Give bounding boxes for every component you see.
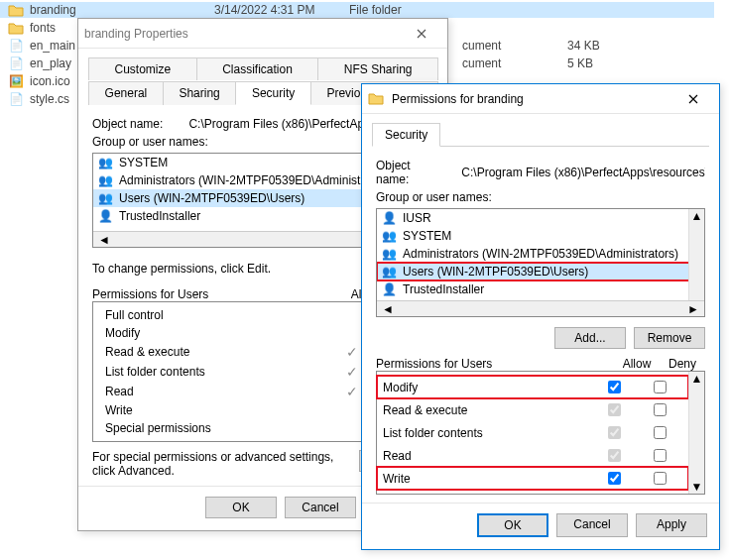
deny-checkbox[interactable] [654,472,667,485]
list-item[interactable]: 👥SYSTEM [377,227,704,245]
file-kind: File folder [349,3,714,17]
apply-button[interactable]: Apply [636,513,707,537]
allow-header: Allow [614,357,660,371]
deny-checkbox[interactable] [654,449,667,462]
document-icon: 📄 [8,56,24,71]
user-list[interactable]: 👤IUSR 👥SYSTEM 👥Administrators (WIN-2MTPF… [376,208,705,317]
file-name: style.cs [30,92,69,106]
edit-hint: To change permissions, click Edit. [92,262,356,276]
tab-nfs-sharing[interactable]: NFS Sharing [317,57,438,80]
file-row[interactable]: branding 3/14/2022 4:31 PM File folder [0,2,714,18]
file-name: fonts [30,21,56,35]
file-name: icon.ico [30,74,70,88]
group-icon: 👥 [381,246,397,262]
permissions-dialog: Permissions for branding Security Object… [361,83,720,550]
scroll-right-icon[interactable]: ► [686,302,700,316]
titlebar[interactable]: branding Properties [78,19,447,49]
ok-button[interactable]: OK [205,497,277,518]
tab-security[interactable]: Security [235,81,310,105]
perm-row: List folder contents [377,421,688,444]
perm-title: Permissions for Users [376,357,492,371]
scrollbar[interactable] [399,304,682,314]
add-button[interactable]: Add... [554,327,626,349]
document-icon: 📄 [8,38,24,54]
scroll-down-icon[interactable]: ▼ [690,480,704,494]
perm-row: Write [377,467,688,490]
cancel-button[interactable]: Cancel [556,513,628,537]
close-button[interactable] [402,20,441,48]
tabs-row: Customize Classification NFS Sharing [88,56,437,80]
group-icon: 👥 [97,190,113,206]
list-item[interactable]: 👥Users (WIN-2MTPF0539ED\Users) [377,263,704,280]
titlebar[interactable]: Permissions for branding [362,84,719,114]
list-item[interactable]: 👤IUSR [377,209,704,227]
file-name: branding [30,3,208,17]
user-icon: 👤 [381,210,397,226]
tab-customize[interactable]: Customize [88,57,197,80]
deny-header: Deny [660,357,705,371]
file-kind: cument [462,39,561,53]
allow-checkbox[interactable] [608,403,621,416]
object-name-label: Object name: [376,159,439,186]
user-icon: 👤 [97,208,113,224]
ok-button[interactable]: OK [477,513,548,537]
cancel-button[interactable]: Cancel [285,497,356,518]
group-icon: 👥 [381,264,397,280]
allow-checkbox[interactable] [608,472,621,485]
deny-checkbox[interactable] [654,381,667,393]
ico-icon: 🖼️ [8,73,24,89]
scroll-left-icon[interactable]: ◄ [381,302,395,316]
group-icon: 👥 [381,228,397,244]
close-button[interactable] [673,85,713,113]
scroll-up-icon[interactable]: ▲ [690,372,704,386]
advanced-hint: For special permissions or advanced sett… [92,450,353,478]
scroll-up-icon[interactable]: ▲ [690,209,704,223]
window-title: Permissions for branding [392,92,673,106]
group-names-label: Group or user names: [376,190,705,204]
list-item[interactable]: 👥Administrators (WIN-2MTPF0539ED\Adminis… [377,245,704,263]
group-icon: 👥 [97,155,113,170]
window-title: branding Properties [84,27,402,41]
allow-checkbox[interactable] [608,449,621,462]
allow-checkbox[interactable] [608,381,621,393]
perm-title: Permissions for Users [92,287,208,301]
tabs-row: Security [372,122,709,147]
scroll-left-icon[interactable]: ◄ [97,233,111,247]
file-kind: cument [462,56,561,70]
tab-sharing[interactable]: Sharing [163,81,237,105]
folder-icon [368,91,384,107]
file-size: 34 KB [567,39,600,53]
perm-row: Read & execute [377,398,688,421]
remove-button[interactable]: Remove [634,327,705,349]
deny-checkbox[interactable] [654,403,667,416]
file-date: 3/14/2022 4:31 PM [214,3,343,17]
tab-general[interactable]: General [88,81,164,105]
file-size: 5 KB [567,56,593,70]
group-icon: 👥 [97,172,113,188]
list-item[interactable]: 👤TrustedInstaller [377,280,704,298]
tab-classification[interactable]: Classification [196,57,319,80]
object-name-label: Object name: [92,117,163,131]
perm-row: Modify [377,376,688,398]
user-icon: 👤 [381,281,397,297]
perm-row: Read [377,444,688,467]
folder-icon [8,20,24,36]
css-icon: 📄 [8,91,24,107]
deny-checkbox[interactable] [654,426,667,439]
object-name-value: C:\Program Files (x86)\PerfectApps\resou… [461,166,705,179]
tab-security[interactable]: Security [372,123,440,147]
allow-checkbox[interactable] [608,426,621,439]
folder-icon [8,2,24,18]
permissions-list: Modify Read & execute List folder conten… [376,371,705,495]
